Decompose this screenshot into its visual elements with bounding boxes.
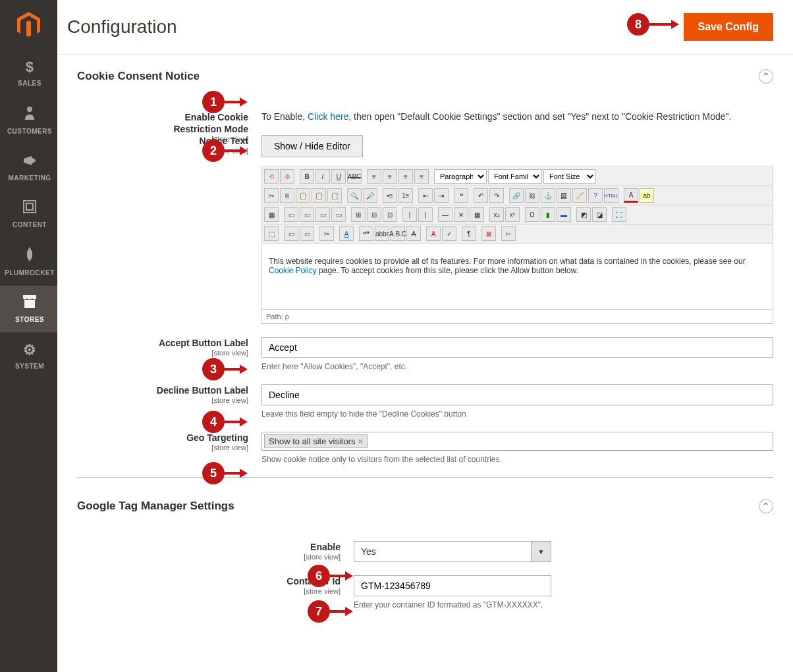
chevron-down-icon: ▼ [531, 542, 551, 561]
decline-button-input[interactable] [261, 384, 773, 405]
nav-stores[interactable]: STORES [0, 286, 57, 332]
toolbar-button[interactable]: A.B.C [391, 226, 405, 241]
toolbar-indent-button[interactable]: ⇥ [434, 188, 449, 203]
toolbar-help-button[interactable]: ? [588, 188, 603, 203]
toolbar-align-justify-button[interactable]: ≡ [414, 169, 429, 184]
toolbar-underline-button[interactable]: U [331, 169, 346, 184]
toolbar-italic-button[interactable]: I [315, 169, 330, 184]
click-here-link[interactable]: Click here [308, 111, 348, 122]
blocks-icon [23, 200, 36, 217]
cookie-policy-link[interactable]: Cookie Policy [269, 266, 317, 275]
toolbar-button[interactable]: ✂ [319, 226, 334, 241]
tag-remove-icon[interactable]: × [358, 436, 364, 446]
geo-targeting-input[interactable]: Show to all site visitors× [261, 432, 773, 451]
toolbar-button[interactable]: ▭ [300, 226, 314, 241]
scope-label: [store view] [275, 553, 341, 561]
toolbar-undo-button[interactable]: ↶ [474, 188, 488, 203]
toolbar-button[interactable]: 🔎 [363, 188, 377, 203]
toolbar-align-center-button[interactable]: ≡ [383, 169, 397, 184]
toolbar-button[interactable]: ◩ [576, 207, 591, 222]
toolbar-button[interactable]: ⊞ [351, 207, 366, 222]
toolbar-align-right-button[interactable]: ≡ [398, 169, 413, 184]
toolbar-button[interactable]: ▦ [264, 207, 279, 222]
toolbar-button[interactable]: ⬚ [264, 226, 279, 241]
collapse-icon[interactable]: ⌃ [759, 499, 773, 513]
toolbar-button[interactable]: ⟲ [264, 169, 279, 184]
toolbar-button[interactable]: ▮ [541, 207, 555, 222]
toolbar-button[interactable]: ⊟ [367, 207, 381, 222]
toolbar-button[interactable]: 🔍 [347, 188, 362, 203]
toolbar-button[interactable]: ▭ [331, 207, 346, 222]
toolbar-anchor-button[interactable]: ⚓ [541, 188, 555, 203]
toolbar-strike-button[interactable]: ABC [347, 169, 362, 184]
toolbar-button[interactable]: A [406, 226, 421, 241]
toolbar-cut-button[interactable]: ✂ [264, 188, 279, 203]
toolbar-button[interactable]: ▭ [284, 226, 298, 241]
nav-content[interactable]: CONTENT [0, 191, 57, 238]
toolbar-outdent-button[interactable]: ⇤ [418, 188, 433, 203]
nav-system[interactable]: ⚙SYSTEM [0, 332, 57, 379]
save-config-button[interactable]: Save Config [684, 13, 773, 41]
toolbar-button[interactable]: ▬ [557, 207, 571, 222]
toolbar-button[interactable]: ¶ [462, 226, 476, 241]
store-icon [22, 295, 37, 312]
section-gtm-header[interactable]: Google Tag Manager Settings ⌃ [77, 491, 773, 521]
toolbar-bold-button[interactable]: B [300, 169, 314, 184]
toolbar-omega-button[interactable]: Ω [525, 207, 539, 222]
toolbar-button[interactable]: ▭ [300, 207, 314, 222]
show-hide-editor-button[interactable]: Show / Hide Editor [261, 135, 363, 157]
editor-content[interactable]: This website requires cookies to provide… [262, 244, 773, 309]
toolbar-html-button[interactable]: HTML [604, 188, 618, 203]
toolbar-fullscreen-button[interactable]: ⛶ [612, 207, 626, 222]
toolbar-format-select[interactable]: Paragraph [434, 169, 487, 184]
toolbar-copy-button[interactable]: ⎘ [280, 188, 294, 203]
section-cookie-header[interactable]: Cookie Consent Notice ⌃ [77, 61, 773, 91]
toolbar-unlink-button[interactable]: ⛓ [525, 188, 539, 203]
toolbar-sup-button[interactable]: x² [505, 207, 520, 222]
toolbar-hr-button[interactable]: — [438, 207, 452, 222]
toolbar-button[interactable]: | [418, 207, 433, 222]
editor-toolbar: ⟲ ⚙ B I U ABC ≡ ≡ ≡ ≡ [262, 167, 773, 186]
toolbar-text-color-button[interactable]: A [624, 188, 638, 203]
toolbar-button[interactable]: ▭ [284, 207, 298, 222]
toolbar-button[interactable]: ◪ [592, 207, 607, 222]
toolbar-button[interactable]: ⊡ [383, 207, 397, 222]
nav-sales[interactable]: $SALES [0, 49, 57, 96]
toolbar-button[interactable]: | [402, 207, 417, 222]
nav-marketing[interactable]: MARKETING [0, 144, 57, 191]
accept-button-input[interactable] [261, 337, 773, 358]
toolbar-button[interactable]: ▭ [315, 207, 330, 222]
toolbar-sub-button[interactable]: x₂ [489, 207, 504, 222]
toolbar-button[interactable]: ✓ [442, 226, 456, 241]
toolbar-button[interactable]: abbr [375, 226, 389, 241]
nav-plumrocket[interactable]: PLUMROCKET [0, 238, 57, 286]
gtm-container-input[interactable] [354, 575, 551, 596]
gtm-enable-select[interactable]: Yes ▼ [354, 541, 551, 562]
magento-logo[interactable] [0, 0, 57, 49]
toolbar-button[interactable]: ⊠ [481, 226, 496, 241]
toolbar-button[interactable]: 📋 [312, 188, 326, 203]
toolbar-button[interactable]: 🧹 [572, 188, 587, 203]
toolbar-font-family-select[interactable]: Font Family [488, 169, 542, 184]
toolbar-redo-button[interactable]: ↷ [489, 188, 504, 203]
toolbar-button[interactable]: ❝❞ [359, 226, 373, 241]
toolbar-align-left-button[interactable]: ≡ [367, 169, 381, 184]
toolbar-button[interactable]: A [339, 226, 354, 241]
toolbar-bullet-list-button[interactable]: •≡ [383, 188, 397, 203]
collapse-icon[interactable]: ⌃ [759, 69, 773, 84]
toolbar-font-size-select[interactable]: Font Size [543, 169, 596, 184]
toolbar-blockquote-button[interactable]: ❝ [454, 188, 468, 203]
toolbar-number-list-button[interactable]: 1≡ [398, 188, 413, 203]
toolbar-button[interactable]: 📋 [327, 188, 342, 203]
annotation-badge-8: 8 [627, 13, 649, 36]
toolbar-button[interactable]: ✕ [454, 207, 468, 222]
toolbar-bg-color-button[interactable]: ab [640, 188, 654, 203]
toolbar-paste-button[interactable]: 📋 [296, 188, 310, 203]
toolbar-link-button[interactable]: 🔗 [509, 188, 524, 203]
nav-customers[interactable]: CUSTOMERS [0, 96, 57, 144]
toolbar-button[interactable]: A [426, 226, 441, 241]
toolbar-button[interactable]: ⚙ [280, 169, 294, 184]
toolbar-image-button[interactable]: 🖼 [557, 188, 571, 203]
toolbar-table-button[interactable]: ▦ [470, 207, 484, 222]
toolbar-button[interactable]: ⊢ [501, 226, 516, 241]
